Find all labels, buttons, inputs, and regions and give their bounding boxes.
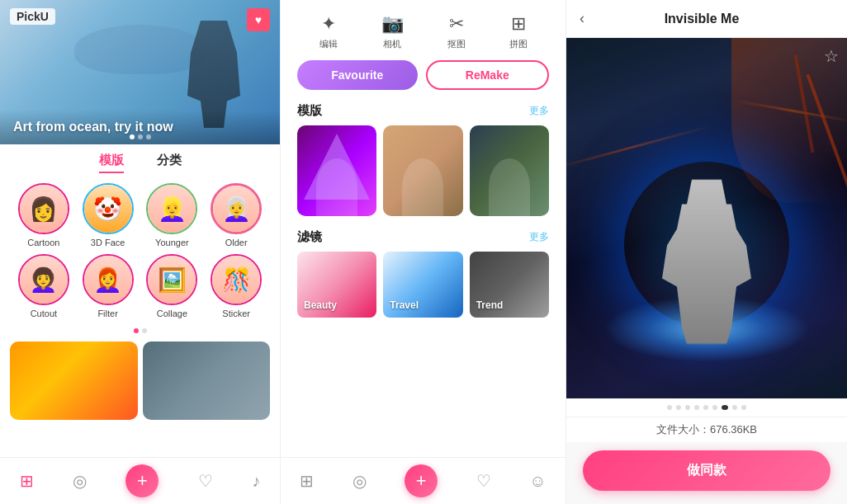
- dot-1: [130, 134, 135, 139]
- nav-favorites[interactable]: ♡: [198, 471, 213, 491]
- template-card-street[interactable]: [383, 125, 462, 216]
- template-card-dark[interactable]: [470, 125, 549, 216]
- collage-tool-icon: ⊞: [511, 13, 526, 35]
- remake-button[interactable]: ReMake: [426, 60, 550, 90]
- nav-home[interactable]: ⊞: [20, 471, 34, 491]
- heart-icon[interactable]: ♥: [247, 8, 270, 31]
- favourite-button[interactable]: Favourite: [297, 60, 418, 90]
- mid-add-button[interactable]: +: [405, 464, 438, 497]
- card-person-figure-3: [489, 158, 530, 216]
- tab-templates[interactable]: 模版: [99, 153, 124, 173]
- hero-title: Art from ocean, try it now: [13, 120, 267, 134]
- favorites-icon: ♡: [198, 471, 213, 491]
- dot-3: [146, 134, 151, 139]
- mid-nav-home[interactable]: ⊞: [300, 471, 314, 491]
- filter-more-link[interactable]: 更多: [529, 230, 549, 244]
- edit-icon: ✦: [321, 13, 336, 35]
- banner-gold[interactable]: [10, 341, 138, 420]
- collage-face: 🖼️: [148, 256, 196, 304]
- file-size: 文件大小：676.36KB: [566, 417, 847, 442]
- template-more-link[interactable]: 更多: [529, 104, 549, 118]
- template-card-purple[interactable]: [297, 125, 376, 216]
- mid-nav-favorites[interactable]: ♡: [476, 471, 491, 491]
- beauty-label: Beauty: [304, 299, 337, 311]
- app-logo: PickU: [10, 8, 55, 25]
- img-dot-4: [694, 405, 699, 410]
- edit-label: 编辑: [319, 38, 338, 50]
- cartoon-face: 👩: [20, 185, 68, 233]
- tool-crop[interactable]: ✂ 抠图: [447, 13, 466, 50]
- nav-dot-1: [134, 328, 139, 333]
- star-bookmark[interactable]: ☆: [824, 46, 839, 66]
- filter-travel[interactable]: Travel: [383, 252, 462, 318]
- nav-profile[interactable]: ♪: [252, 472, 260, 491]
- cartoon-avatar: 👩: [18, 183, 69, 234]
- cutout-label: Cutout: [31, 309, 57, 318]
- mid-home-icon: ⊞: [300, 471, 314, 491]
- circle-older[interactable]: 👩‍🦳 Older: [206, 183, 267, 247]
- circle-sticker[interactable]: 🎊 Sticker: [206, 254, 267, 318]
- filter-section-title: 滤镜: [297, 229, 322, 245]
- card-person-figure-2: [402, 158, 443, 216]
- img-dot-7: [722, 405, 728, 410]
- tab-categories[interactable]: 分类: [157, 153, 182, 173]
- camera-icon: 📷: [381, 13, 404, 35]
- mid-nav-explore[interactable]: ◎: [353, 471, 367, 491]
- collage-label: Collage: [157, 309, 187, 318]
- img-dot-2: [676, 405, 681, 410]
- tool-collage[interactable]: ⊞ 拼图: [509, 13, 528, 50]
- invisible-me-bg: ☆: [566, 38, 847, 398]
- add-button[interactable]: +: [125, 464, 159, 497]
- template-cards: [281, 125, 565, 226]
- circles-grid: 👩 Cartoon 🤡 3D Face 👱‍♀️ Younger 👩‍🦳 Old…: [0, 177, 280, 325]
- explore-icon: ◎: [73, 471, 87, 491]
- image-dots: [566, 398, 847, 417]
- action-button[interactable]: 做同款: [583, 450, 830, 491]
- circle-cutout[interactable]: 👩‍🦱 Cutout: [13, 254, 74, 318]
- older-avatar: 👩‍🦳: [211, 183, 262, 234]
- back-button[interactable]: ‹: [580, 10, 584, 27]
- filter-section-header: 滤镜 更多: [281, 226, 565, 252]
- left-panel: PickU ♥ Art from ocean, try it now 模版 分类…: [0, 0, 281, 504]
- whale-decoration: [74, 25, 206, 74]
- filter-avatar: 👩‍🦰: [83, 254, 134, 305]
- sticker-face: 🎊: [212, 256, 260, 304]
- younger-label: Younger: [155, 238, 189, 247]
- template-section-header: 模版 更多: [281, 100, 565, 125]
- travel-label: Travel: [390, 299, 419, 311]
- younger-face: 👱‍♀️: [148, 185, 196, 233]
- mid-emoji-icon: ☺: [529, 472, 546, 491]
- filter-face: 👩‍🦰: [84, 256, 132, 304]
- toggle-row: Favourite ReMake: [281, 57, 565, 100]
- filter-trend[interactable]: Trend: [470, 252, 549, 318]
- sticker-label: Sticker: [222, 309, 250, 318]
- nav-dots: [0, 325, 280, 337]
- banner-art[interactable]: [143, 341, 271, 420]
- crop-icon: ✂: [449, 13, 464, 35]
- cutout-avatar: 👩‍🦱: [18, 254, 69, 305]
- nav-explore[interactable]: ◎: [73, 471, 87, 491]
- circle-cartoon[interactable]: 👩 Cartoon: [13, 183, 74, 247]
- sticker-avatar: 🎊: [211, 254, 262, 305]
- filter-beauty[interactable]: Beauty: [297, 252, 376, 318]
- filter-cards: Beauty Travel Trend: [281, 252, 565, 327]
- circle-filter[interactable]: 👩‍🦰 Filter: [78, 254, 139, 318]
- middle-panel: ✦ 编辑 📷 相机 ✂ 抠图 ⊞ 拼图 Favourite ReMake 模版 …: [281, 0, 566, 504]
- bottom-banners: [0, 337, 280, 457]
- tool-edit[interactable]: ✦ 编辑: [319, 13, 338, 50]
- hero-banner[interactable]: PickU ♥ Art from ocean, try it now: [0, 0, 280, 144]
- main-image-container[interactable]: ☆: [566, 38, 847, 398]
- circle-collage[interactable]: 🖼️ Collage: [142, 254, 203, 318]
- circle-3dface[interactable]: 🤡 3D Face: [78, 183, 139, 247]
- img-dot-3: [685, 405, 690, 410]
- right-panel: ‹ Invisible Me ☆: [566, 0, 847, 504]
- img-dot-5: [703, 405, 708, 410]
- tool-camera[interactable]: 📷 相机: [381, 13, 404, 50]
- file-size-text: 文件大小：676.36KB: [656, 423, 757, 436]
- mid-nav-emoji[interactable]: ☺: [529, 472, 546, 491]
- left-bottom-nav: ⊞ ◎ + ♡ ♪: [0, 457, 280, 504]
- mid-explore-icon: ◎: [353, 471, 367, 491]
- mid-favorites-icon: ♡: [476, 471, 491, 491]
- img-dot-1: [667, 405, 672, 410]
- circle-younger[interactable]: 👱‍♀️ Younger: [142, 183, 203, 247]
